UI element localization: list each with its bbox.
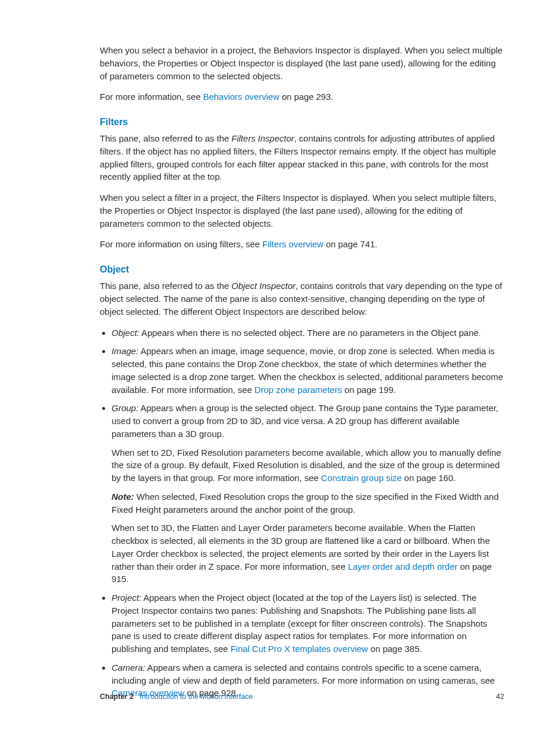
filters-overview-link[interactable]: Filters overview [262, 239, 323, 249]
intro-paragraph-1: When you select a behavior in a project,… [100, 44, 504, 82]
item-label: Project: [112, 593, 141, 603]
constrain-group-size-link[interactable]: Constrain group size [321, 473, 402, 483]
text-fragment: This pane, also referred to as the [100, 133, 231, 143]
fcpx-templates-overview-link[interactable]: Final Cut Pro X templates overview [231, 644, 368, 654]
filters-paragraph-1: This pane, also referred to as the Filte… [100, 132, 504, 183]
page-number: 42 [496, 691, 504, 702]
document-page: When you select a behavior in a project,… [0, 0, 560, 743]
text-fragment: When selected, Fixed Resolution crops th… [112, 492, 499, 515]
object-inspector-list: Object: Appears when there is no selecte… [100, 327, 504, 700]
object-paragraph-1: This pane, also referred to as the Objec… [100, 280, 504, 318]
filters-heading: Filters [100, 115, 504, 129]
text-fragment: on page 385. [368, 644, 422, 654]
behaviors-overview-link[interactable]: Behaviors overview [203, 92, 279, 102]
group-sub-paragraph-3d: When set to 3D, the Flatten and Layer Or… [112, 522, 504, 586]
object-inspector-term: Object Inspector [231, 281, 295, 291]
filters-inspector-term: Filters Inspector [231, 133, 294, 143]
text-fragment: on page 199. [342, 385, 396, 395]
item-label: Object: [112, 328, 140, 338]
text-fragment: For more information on using filters, s… [100, 239, 262, 249]
filters-paragraph-2: When you select a filter in a project, t… [100, 191, 504, 230]
text-fragment: Appears when there is no selected object… [140, 328, 481, 338]
drop-zone-parameters-link[interactable]: Drop zone parameters [254, 385, 342, 395]
text-fragment: on page 741. [323, 239, 377, 249]
page-footer: Chapter 2 Introduction to the Motion int… [100, 691, 504, 702]
text-fragment: on page 160. [402, 473, 456, 483]
list-item-group: Group: Appears when a group is the selec… [112, 402, 504, 586]
item-label: Group: [112, 403, 139, 413]
text-fragment: For more information, see [100, 92, 203, 102]
item-label: Image: [112, 346, 139, 356]
object-heading: Object [100, 263, 504, 276]
list-item-project: Project: Appears when the Project object… [112, 591, 504, 655]
group-sub-paragraph-note: Note: When selected, Fixed Resolution cr… [112, 490, 504, 516]
text-fragment: Appears when a group is the selected obj… [112, 403, 498, 439]
group-sub-paragraph-2d: When set to 2D, Fixed Resolution paramet… [112, 446, 504, 485]
filters-paragraph-3: For more information on using filters, s… [100, 238, 504, 251]
chapter-title: Introduction to the Motion interface [140, 692, 252, 701]
text-fragment: This pane, also referred to as the [100, 281, 231, 291]
text-fragment: on page 293. [279, 92, 333, 102]
layer-order-link[interactable]: Layer order and depth order [348, 562, 458, 571]
footer-left: Chapter 2 Introduction to the Motion int… [100, 691, 253, 702]
intro-paragraph-2: For more information, see Behaviors over… [100, 90, 504, 103]
item-label: Camera: [112, 663, 146, 673]
list-item-image: Image: Appears when an image, image sequ… [112, 345, 504, 396]
list-item-object: Object: Appears when there is no selecte… [112, 327, 504, 339]
note-label: Note: [112, 492, 137, 502]
chapter-label: Chapter 2 [100, 692, 134, 701]
text-fragment: Appears when a camera is selected and co… [112, 663, 495, 685]
